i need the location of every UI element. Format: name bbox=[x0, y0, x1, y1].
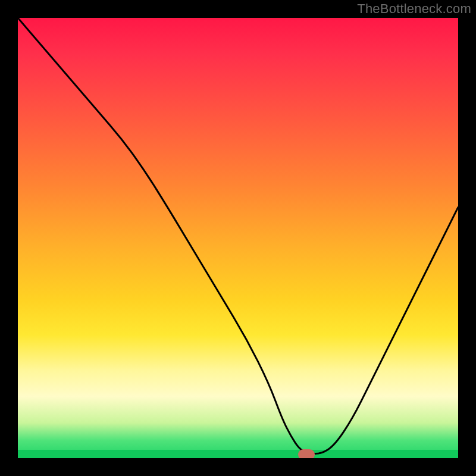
bottleneck-curve bbox=[18, 18, 458, 458]
chart-container: TheBottleneck.com bbox=[0, 0, 476, 476]
curve-path bbox=[18, 18, 458, 454]
watermark-text: TheBottleneck.com bbox=[357, 1, 471, 17]
minimum-marker bbox=[298, 449, 315, 458]
plot-area bbox=[18, 18, 458, 458]
